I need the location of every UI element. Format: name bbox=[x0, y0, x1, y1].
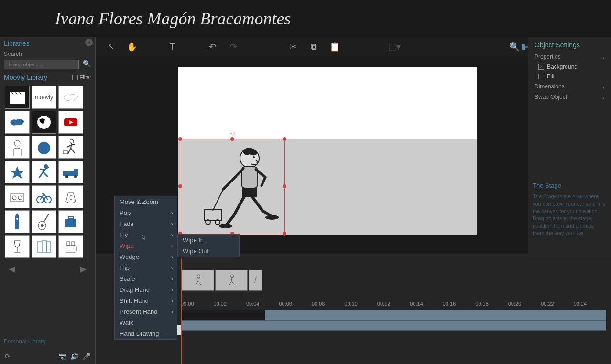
thumb-apple[interactable] bbox=[32, 136, 56, 159]
thumb-briefcase[interactable] bbox=[58, 210, 83, 233]
sound-icon[interactable]: 🔊 bbox=[70, 353, 78, 360]
time-mark: 00:18 bbox=[475, 301, 508, 310]
menu-flip[interactable]: Flip bbox=[115, 262, 177, 273]
copy-icon[interactable]: ⧉ bbox=[308, 42, 319, 52]
thumb-star-person[interactable] bbox=[5, 161, 30, 183]
text-tool-icon[interactable]: T bbox=[166, 42, 178, 52]
redo-icon[interactable]: ↷ bbox=[228, 42, 239, 52]
time-mark: 00:16 bbox=[443, 301, 475, 310]
thumb-radio[interactable] bbox=[5, 185, 30, 208]
thumb-world-blue[interactable] bbox=[5, 111, 30, 134]
svg-rect-12 bbox=[63, 151, 68, 154]
track-row-2[interactable] bbox=[181, 320, 606, 331]
prev-page-icon[interactable]: ◀ bbox=[9, 264, 15, 274]
thumb-globe[interactable] bbox=[32, 111, 56, 134]
clip-1[interactable] bbox=[182, 270, 214, 291]
next-page-icon[interactable]: ▶ bbox=[80, 264, 87, 274]
fill-checkbox[interactable] bbox=[538, 74, 544, 79]
dimensions-section[interactable]: Dimensions ⬩ bbox=[532, 81, 607, 92]
track-row-1[interactable] bbox=[181, 310, 606, 320]
thumb-walking-man[interactable] bbox=[58, 136, 83, 159]
thumb-truck[interactable] bbox=[58, 161, 83, 183]
menu-fly[interactable]: Fly bbox=[115, 229, 177, 240]
selection-box[interactable]: ⟲ bbox=[180, 139, 285, 234]
thumb-brochure[interactable] bbox=[32, 235, 56, 258]
thumb-guitar[interactable] bbox=[32, 210, 56, 233]
background-checkbox-row[interactable]: ✓ Background bbox=[532, 62, 607, 72]
moovly-library-title[interactable]: Moovly Library Filter bbox=[0, 71, 95, 84]
thumb-wine-glass[interactable] bbox=[5, 235, 30, 258]
hand-tool-icon[interactable]: ✋ bbox=[126, 42, 138, 52]
thumb-bicycle[interactable] bbox=[32, 185, 56, 208]
menu-walk[interactable]: Walk bbox=[115, 317, 177, 328]
stage-canvas[interactable]: ⟲ bbox=[178, 67, 477, 235]
bottom-controls: ⟳ 📷 🔊 🎤 bbox=[5, 353, 90, 360]
collapse-libraries-button[interactable]: ◂ bbox=[85, 39, 93, 46]
playhead[interactable] bbox=[181, 258, 182, 364]
cut-icon[interactable]: ✂ bbox=[287, 42, 298, 52]
menu-fade[interactable]: Fade bbox=[115, 218, 177, 229]
thumb-runner[interactable] bbox=[32, 161, 56, 183]
zoom-out-icon[interactable]: 🔍 bbox=[509, 42, 520, 52]
menu-shift-hand[interactable]: Shift Hand bbox=[115, 295, 177, 306]
camera-icon[interactable]: 📷 bbox=[58, 353, 66, 360]
thumb-world-outline[interactable] bbox=[58, 86, 83, 109]
expand-icon[interactable]: ⬩ bbox=[601, 83, 605, 91]
pointer-tool-icon[interactable]: ↖ bbox=[105, 42, 117, 52]
properties-label: Properties bbox=[535, 54, 561, 60]
time-ruler[interactable]: 00:00 00:02 00:04 00:06 00:08 00:10 00:1… bbox=[181, 301, 606, 310]
svg-rect-38 bbox=[67, 242, 70, 246]
filter-label: Filter bbox=[80, 75, 91, 80]
expand-icon[interactable]: ⬩ bbox=[601, 94, 605, 101]
thumb-bigben[interactable] bbox=[5, 210, 30, 233]
svg-rect-0 bbox=[10, 95, 25, 104]
thumb-toaster[interactable] bbox=[58, 235, 83, 258]
submenu-wipe-out[interactable]: Wipe Out bbox=[178, 246, 239, 257]
svg-line-46 bbox=[213, 189, 223, 211]
undo-icon[interactable]: ↶ bbox=[207, 42, 218, 52]
rotate-handle-icon[interactable]: ⟲ bbox=[230, 130, 235, 137]
menu-drag-hand[interactable]: Drag Hand bbox=[115, 284, 177, 295]
paste-icon[interactable]: 📋 bbox=[329, 42, 340, 52]
align-icon[interactable]: ⬚▾ bbox=[388, 42, 400, 52]
refresh-icon[interactable]: ⟳ bbox=[5, 353, 11, 360]
submenu-wipe-in[interactable]: Wipe In bbox=[178, 235, 239, 246]
clip-2[interactable] bbox=[215, 270, 248, 291]
search-icon[interactable]: 🔍 bbox=[82, 60, 91, 69]
svg-rect-10 bbox=[44, 140, 44, 143]
menu-hand-drawing[interactable]: Hand Drawing bbox=[115, 328, 177, 339]
thumb-youtube[interactable] bbox=[58, 111, 83, 134]
background-checkbox[interactable]: ✓ bbox=[538, 64, 544, 70]
menu-wipe[interactable]: Wipe bbox=[115, 240, 177, 251]
mic-icon[interactable]: 🎤 bbox=[82, 353, 90, 360]
svg-point-51 bbox=[231, 275, 234, 278]
menu-wedge[interactable]: Wedge bbox=[115, 251, 177, 262]
filter-control[interactable]: Filter bbox=[72, 75, 91, 80]
search-input[interactable] bbox=[4, 60, 79, 69]
clip-3[interactable] bbox=[249, 270, 262, 291]
thumb-clapper[interactable] bbox=[5, 86, 30, 109]
expand-icon[interactable]: ⬩ bbox=[601, 54, 605, 61]
filter-checkbox[interactable] bbox=[72, 75, 78, 80]
svg-rect-39 bbox=[72, 242, 75, 246]
menu-present-hand[interactable]: Present Hand bbox=[115, 306, 177, 317]
time-mark: 00:06 bbox=[279, 301, 311, 310]
search-row: 🔍 bbox=[0, 58, 95, 71]
menu-pop[interactable]: Pop bbox=[115, 207, 177, 218]
svg-rect-35 bbox=[42, 241, 47, 252]
time-mark: 00:24 bbox=[574, 301, 606, 310]
clip-bar[interactable] bbox=[181, 310, 265, 320]
fill-checkbox-row[interactable]: Fill bbox=[532, 72, 607, 81]
stage-object-character[interactable] bbox=[204, 144, 281, 230]
svg-point-45 bbox=[265, 215, 279, 220]
personal-library-title[interactable]: Personal Library bbox=[4, 338, 45, 345]
menu-scale[interactable]: Scale bbox=[115, 273, 177, 284]
menu-move-zoom[interactable]: Move & Zoom bbox=[115, 196, 177, 207]
thumb-businessman[interactable] bbox=[5, 136, 30, 159]
properties-section[interactable]: Properties ⬩ bbox=[532, 52, 607, 62]
swap-object-section[interactable]: Swap Object ⬩ bbox=[532, 92, 607, 102]
time-mark: 00:22 bbox=[541, 301, 573, 310]
svg-rect-37 bbox=[65, 246, 76, 252]
thumb-moovly-logo[interactable]: moovly bbox=[32, 86, 56, 109]
thumb-money-bag[interactable]: € bbox=[58, 185, 83, 208]
